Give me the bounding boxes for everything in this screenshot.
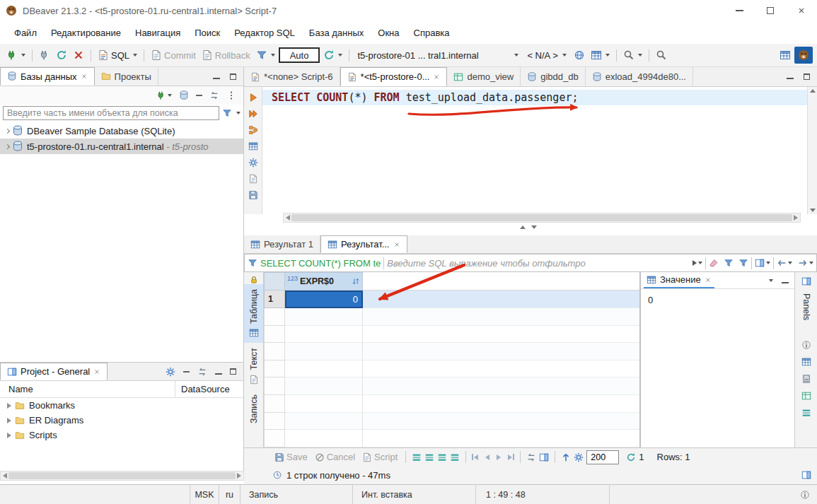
menu-navigate[interactable]: Навигация [128, 21, 187, 44]
grid-cell[interactable] [285, 343, 363, 361]
abort-button[interactable] [71, 47, 86, 64]
window-close-button[interactable] [786, 0, 817, 21]
references-panel-icon[interactable] [801, 408, 811, 418]
maximize-view-icon[interactable] [230, 368, 236, 375]
tab-value[interactable]: Значение [644, 272, 714, 288]
expand-chevron-icon[interactable] [5, 128, 10, 133]
first-row-button[interactable] [472, 454, 478, 460]
grid-row-1[interactable]: 1 0 [264, 291, 639, 308]
tab-projects[interactable]: Проекты [95, 67, 158, 86]
previous-row-button[interactable] [485, 455, 489, 460]
grid-empty-row[interactable] [264, 361, 639, 378]
minimize-panel-icon[interactable] [782, 278, 789, 283]
edit-cell-icon[interactable] [450, 452, 460, 462]
language-indicator[interactable]: ru [219, 485, 240, 504]
grid-empty-row[interactable] [264, 395, 639, 413]
link-with-editor-icon[interactable] [197, 367, 207, 377]
delete-row-icon[interactable] [437, 452, 447, 462]
add-row-icon[interactable] [412, 452, 422, 462]
editor-results-sash[interactable] [520, 225, 537, 229]
cancel-button[interactable]: Cancel [313, 449, 357, 466]
panels-toggle-icon[interactable] [755, 258, 765, 268]
expander-icon[interactable] [7, 403, 11, 409]
close-tab-icon[interactable] [93, 368, 100, 375]
menu-sql-editor[interactable]: Редактор SQL [227, 21, 302, 44]
filter-input-placeholder[interactable]: Введите SQL выражение чтобы отфильтро [387, 258, 586, 269]
panel-toggle-icon[interactable] [801, 470, 811, 480]
filter-icon[interactable] [222, 108, 232, 118]
maximize-view-icon[interactable] [804, 74, 810, 80]
tab-project-general[interactable]: Project - General [0, 363, 108, 380]
duplicate-row-icon[interactable] [424, 452, 434, 462]
sash-up-icon[interactable] [520, 225, 526, 229]
transaction-mode-button[interactable] [254, 47, 277, 64]
grid-view-icon[interactable] [801, 357, 811, 367]
collapse-all-icon[interactable] [183, 371, 190, 373]
scroll-right-icon[interactable] [794, 215, 798, 221]
menu-file[interactable]: Файл [7, 21, 44, 44]
project-item-er-diagrams[interactable]: ER Diagrams [0, 413, 243, 428]
row-header-cell[interactable] [264, 326, 285, 344]
refresh-results-icon[interactable] [626, 452, 636, 462]
close-tab-icon[interactable] [393, 241, 400, 248]
scroll-up-icon[interactable] [810, 89, 816, 93]
notifications-icon[interactable] [800, 490, 810, 500]
zoom-panel-icon[interactable] [539, 452, 549, 462]
grid-empty-row[interactable] [264, 326, 639, 344]
grid-cell[interactable] [285, 430, 363, 447]
sql-editor-button[interactable]: SQL [95, 47, 139, 64]
presentation-tab-record[interactable]: Запись [244, 389, 263, 428]
connection-selector[interactable]: t5-prostore-01 ... tral1.internal [354, 47, 522, 64]
row-header-cell[interactable] [264, 395, 285, 413]
tab-result-2-active[interactable]: Результат... [320, 235, 407, 253]
result-grid-icon[interactable] [248, 141, 258, 151]
history-back-icon[interactable] [777, 258, 787, 268]
grid-empty-row[interactable] [264, 413, 639, 430]
tree-item-t5-prostore[interactable]: t5-prostore-01.ru-central1.internal - t5… [0, 139, 243, 154]
presentation-tab-grid[interactable]: Таблица [244, 284, 263, 343]
grid-empty-row[interactable] [264, 430, 639, 447]
expander-icon[interactable] [7, 418, 11, 423]
window-maximize-button[interactable] [755, 0, 786, 21]
minimize-view-icon[interactable] [213, 74, 220, 79]
write-mode-indicator[interactable]: Запись [241, 485, 352, 504]
edit-filter-icon[interactable] [724, 258, 734, 268]
row-header-cell[interactable] [264, 361, 285, 378]
calculator-panel-icon[interactable] [801, 374, 811, 384]
save-button[interactable]: Save [272, 449, 310, 466]
script-button[interactable]: Script [360, 449, 400, 466]
value-viewer-icon[interactable] [801, 340, 811, 350]
grid-empty-row[interactable] [264, 308, 639, 326]
minimize-view-icon[interactable] [787, 74, 794, 79]
settings-gear-icon[interactable] [248, 158, 258, 168]
commit-button[interactable]: Commit [149, 47, 198, 64]
connect-button[interactable] [37, 47, 52, 64]
history-forward-icon[interactable] [798, 258, 808, 268]
navigator-new-connection-button[interactable] [156, 90, 172, 100]
menu-help[interactable]: Справка [407, 21, 457, 44]
menu-edit[interactable]: Редактирование [44, 21, 128, 44]
menu-window[interactable]: Окна [371, 21, 406, 44]
menu-database[interactable]: База данных [302, 21, 371, 44]
column-header-name[interactable]: Name [0, 384, 175, 394]
expander-icon[interactable] [7, 433, 11, 438]
close-tab-icon[interactable] [81, 73, 88, 80]
column-header-expr0[interactable]: 123 EXPR$0 [285, 272, 363, 291]
network-button[interactable] [572, 47, 587, 64]
project-item-scripts[interactable]: Scripts [0, 428, 243, 443]
editor-hscrollbar[interactable] [283, 213, 801, 223]
sql-text-line[interactable]: SELECT COUNT(*) FROM test_upload_data.pa… [272, 90, 579, 105]
object-search-input[interactable] [3, 106, 219, 120]
go-to-row-icon[interactable] [526, 452, 536, 462]
last-row-button[interactable] [508, 454, 514, 460]
row-header-cell[interactable] [264, 377, 285, 395]
tab-exload[interactable]: exload_4994de80... [586, 67, 693, 86]
grid-settings-gear-icon[interactable] [574, 452, 584, 462]
settings-gear-icon[interactable] [166, 367, 175, 377]
grid-cell[interactable] [285, 361, 363, 378]
schema-selector[interactable]: < N/A > [523, 47, 569, 64]
close-tab-icon[interactable] [433, 74, 440, 81]
auto-commit-button[interactable]: Auto [279, 47, 320, 63]
sql-editor[interactable]: SELECT COUNT(*) FROM test_upload_data.pa… [262, 87, 807, 214]
rollback-button[interactable]: Rollback [199, 47, 253, 64]
